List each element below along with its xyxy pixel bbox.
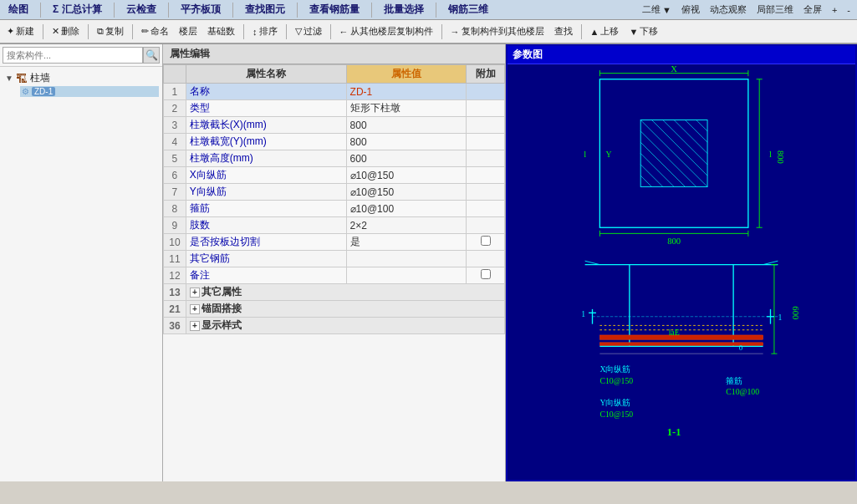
prop-name-cell[interactable]: 柱墩高度(mm) <box>186 150 346 167</box>
group-expand-btn[interactable]: + <box>190 321 200 331</box>
new-btn[interactable]: ✦ 新建 <box>3 24 38 38</box>
group-row[interactable]: 21+锚固搭接 <box>164 301 505 318</box>
table-row[interactable]: 4柱墩截宽(Y)(mm)800 <box>164 134 505 150</box>
sep-t8 <box>581 24 582 39</box>
table-row[interactable]: 9肢数2×2 <box>164 217 505 234</box>
row-index: 7 <box>164 184 186 201</box>
table-row[interactable]: 5柱墩高度(mm)600 <box>164 150 505 167</box>
prop-name-cell[interactable]: 柱墩截宽(Y)(mm) <box>186 134 346 150</box>
prop-checkbox-cell[interactable] <box>467 267 505 284</box>
tab-check[interactable]: 云检查 <box>121 1 161 18</box>
prop-value-cell[interactable] <box>346 251 467 267</box>
sep2 <box>114 3 115 18</box>
tree-root-icon: 🏗 <box>16 72 28 85</box>
table-row[interactable]: 7Y向纵筋⌀10@150 <box>164 184 505 201</box>
prop-name-cell[interactable]: 是否按板边切割 <box>186 234 346 251</box>
svg-text:C10@100: C10@100 <box>726 387 759 396</box>
prop-value-cell[interactable]: 是 <box>346 234 467 251</box>
group-name[interactable]: +锚固搭接 <box>186 301 504 318</box>
prop-name-cell[interactable]: 备注 <box>186 267 346 284</box>
search-button[interactable]: 🔍 <box>143 47 160 64</box>
table-row[interactable]: 2类型矩形下柱墩 <box>164 100 505 117</box>
tab-find-elem[interactable]: 查找图元 <box>240 1 290 18</box>
fullscreen-btn[interactable]: 全屏 <box>800 3 825 17</box>
prop-checkbox[interactable] <box>481 236 491 246</box>
tab-drawing[interactable]: 绘图 <box>3 1 33 18</box>
prop-value-cell[interactable]: ⌀10@150 <box>346 184 467 201</box>
local-3d-btn[interactable]: 局部三维 <box>753 3 797 17</box>
prop-value-cell[interactable]: 2×2 <box>346 217 467 234</box>
prop-name-cell[interactable]: 其它钢筋 <box>186 251 346 267</box>
zoom-out-btn[interactable]: - <box>844 4 854 16</box>
table-row[interactable]: 11其它钢筋 <box>164 251 505 267</box>
tab-calc[interactable]: Σ 汇总计算 <box>48 1 107 18</box>
prop-value-cell[interactable]: ZD-1 <box>346 84 467 100</box>
down-btn[interactable]: ▼ 下移 <box>625 24 661 38</box>
tab-view-rebar[interactable]: 查看钢筋量 <box>304 1 365 18</box>
table-row[interactable]: 6X向纵筋⌀10@150 <box>164 167 505 184</box>
copy-from-btn[interactable]: ← 从其他楼层复制构件 <box>336 24 436 38</box>
prop-name-cell[interactable]: Y向纵筋 <box>186 184 346 201</box>
perspective-btn[interactable]: 俯视 <box>678 3 703 17</box>
prop-checkbox-cell <box>467 84 505 100</box>
floor-btn[interactable]: 楼层 <box>176 24 201 38</box>
sep-t1 <box>43 24 43 39</box>
prop-checkbox-cell <box>467 167 505 184</box>
sep-t5 <box>286 24 287 39</box>
table-row[interactable]: 12备注 <box>164 267 505 284</box>
tree-child-zd1[interactable]: ⚙ ZD-1 <box>20 86 159 97</box>
group-name[interactable]: +其它属性 <box>186 284 504 301</box>
tree-expand-icon[interactable]: ▼ <box>5 74 13 83</box>
find-btn[interactable]: 查找 <box>551 24 576 38</box>
sep-t3 <box>132 24 133 39</box>
group-expand-btn[interactable]: + <box>190 304 200 314</box>
prop-value-cell[interactable]: ⌀10@100 <box>346 201 467 217</box>
prop-name-cell[interactable]: 柱墩截长(X)(mm) <box>186 117 346 134</box>
delete-btn[interactable]: ✕ 删除 <box>48 24 83 38</box>
prop-value-cell[interactable]: 600 <box>346 150 467 167</box>
svg-text:laE: laE <box>669 328 680 337</box>
diagram-svg: X l l Y 800 800 <box>508 64 855 480</box>
filter-btn[interactable]: ▽ 过滤 <box>292 24 325 38</box>
search-input[interactable] <box>3 47 143 64</box>
dynamic-view-btn[interactable]: 动态观察 <box>707 3 750 17</box>
table-row[interactable]: 8箍筋⌀10@100 <box>164 201 505 217</box>
col-extra: 附加 <box>467 65 505 84</box>
prop-value-cell[interactable]: 800 <box>346 134 467 150</box>
prop-name-cell[interactable]: 箍筋 <box>186 201 346 217</box>
prop-name-cell[interactable]: X向纵筋 <box>186 167 346 184</box>
prop-value-cell[interactable]: 矩形下柱墩 <box>346 100 467 117</box>
table-row[interactable]: 10是否按板边切割是 <box>164 234 505 251</box>
row-index: 1 <box>164 84 186 100</box>
group-row[interactable]: 13+其它属性 <box>164 284 505 301</box>
table-row[interactable]: 1名称ZD-1 <box>164 84 505 100</box>
col-value: 属性值 <box>346 65 467 84</box>
svg-text:1: 1 <box>581 309 585 318</box>
prop-value-cell[interactable]: 800 <box>346 117 467 134</box>
prop-name-cell[interactable]: 肢数 <box>186 217 346 234</box>
prop-checkbox[interactable] <box>481 269 491 279</box>
copy-to-btn[interactable]: → 复制构件到其他楼层 <box>447 24 548 38</box>
tab-batch-select[interactable]: 批量选择 <box>379 1 429 18</box>
sort-btn[interactable]: ↕ 排序 <box>249 24 281 38</box>
group-row[interactable]: 36+显示样式 <box>164 318 505 334</box>
twod-btn[interactable]: 二维▼ <box>639 3 675 17</box>
prop-value-cell[interactable]: ⌀10@150 <box>346 167 467 184</box>
prop-name-cell[interactable]: 名称 <box>186 84 346 100</box>
rename-btn[interactable]: ✏ 命名 <box>138 24 172 38</box>
prop-name-cell[interactable]: 类型 <box>186 100 346 117</box>
group-name[interactable]: +显示样式 <box>186 318 504 334</box>
tab-rebar-3d[interactable]: 钢筋三维 <box>443 1 493 18</box>
up-btn[interactable]: ▲ 上移 <box>587 24 623 38</box>
tree-area: ▼ 🏗 柱墙 ⚙ ZD-1 <box>0 67 162 481</box>
foundation-btn[interactable]: 基础数 <box>204 24 238 38</box>
zoom-in-btn[interactable]: + <box>829 4 840 16</box>
tab-flatten[interactable]: 平齐板顶 <box>176 1 226 18</box>
table-row[interactable]: 3柱墩截长(X)(mm)800 <box>164 117 505 134</box>
prop-checkbox-cell[interactable] <box>467 234 505 251</box>
prop-value-cell[interactable] <box>346 267 467 284</box>
copy-btn[interactable]: ⧉ 复制 <box>94 24 127 38</box>
group-expand-btn[interactable]: + <box>190 288 200 298</box>
svg-text:C10@150: C10@150 <box>599 376 633 385</box>
tree-root[interactable]: ▼ 🏗 柱墙 <box>3 70 159 86</box>
